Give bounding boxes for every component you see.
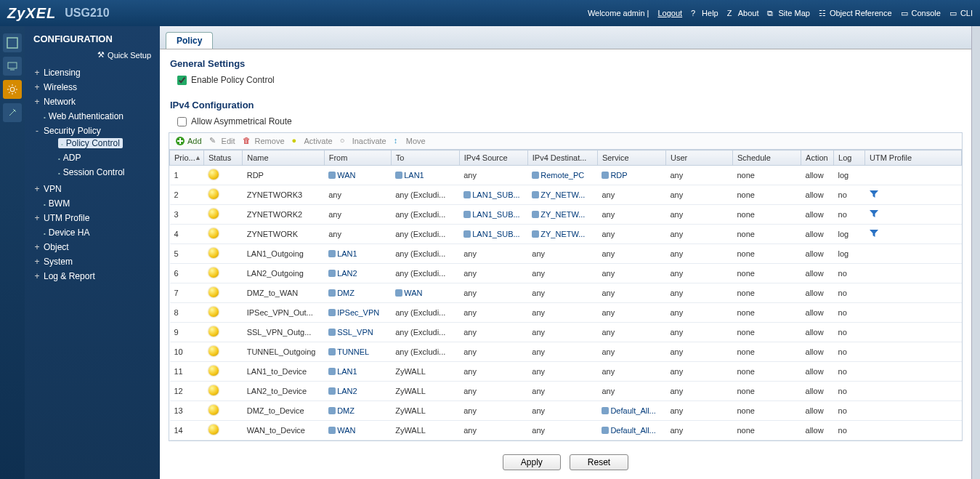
logout-link[interactable]: Logout — [657, 9, 682, 17]
expand-icon[interactable]: + — [33, 257, 41, 267]
table-row[interactable]: 3ZYNETWORK2anyany (Excludi...LAN1_SUB...… — [170, 205, 962, 225]
asym-route-checkbox[interactable] — [177, 117, 187, 126]
sidebar-item-adp[interactable]: ADP — [48, 153, 160, 163]
table-row[interactable]: 12LAN2_to_DeviceLAN2ZyWALLanyanyanyanyno… — [170, 382, 962, 401]
objectref-icon: ☷ — [819, 9, 827, 17]
inactivate-button[interactable]: ○Inactivate — [340, 136, 386, 146]
table-row[interactable]: 7DMZ_to_WANDMZWANanyanyanyanynoneallowno — [170, 283, 962, 303]
sidebar-item-log-report[interactable]: +Log & Report — [33, 271, 160, 281]
cell-value: none — [732, 362, 801, 382]
col-schedule[interactable]: Schedule — [732, 150, 801, 166]
tab-policy[interactable]: Policy — [166, 32, 213, 49]
table-row[interactable]: 1RDPWANLAN1anyRemote_PCRDPanynoneallowlo… — [170, 166, 962, 185]
cell-value: any — [328, 190, 341, 199]
cell-status — [204, 283, 243, 303]
sidebar-item-utm-profile[interactable]: +UTM Profile — [33, 213, 160, 223]
col-name[interactable]: Name — [243, 150, 324, 166]
col-ipv4-destinat-[interactable]: IPv4 Destinat... — [527, 150, 597, 166]
console-link[interactable]: ▭Console — [901, 9, 941, 17]
sidebar-item-licensing[interactable]: +Licensing — [33, 68, 160, 78]
wand-icon: ⚒ — [97, 50, 105, 60]
cell-value: allow — [801, 382, 834, 401]
table-row[interactable]: 5LAN1_OutgoingLAN1any (Excludi...anyanya… — [170, 244, 962, 264]
cli-link[interactable]: ▭CLI — [949, 9, 973, 17]
cell-value: allow — [801, 264, 834, 283]
sidebar-item-security-policy[interactable]: -Security Policy — [33, 126, 160, 136]
rail-monitor[interactable] — [3, 57, 22, 76]
activate-button[interactable]: ●Activate — [292, 136, 333, 146]
table-row[interactable]: 10TUNNEL_OutgoingTUNNELany (Excludi...an… — [170, 342, 962, 362]
rail-configuration[interactable] — [3, 80, 22, 99]
collapse-icon[interactable]: - — [33, 126, 41, 136]
sidebar-item-vpn[interactable]: +VPN — [33, 184, 160, 194]
sidebar-item-wireless[interactable]: +Wireless — [33, 82, 160, 92]
sidebar-item-network[interactable]: +Network — [33, 97, 160, 107]
table-row[interactable]: 4ZYNETWORKanyany (Excludi...LAN1_SUB...Z… — [170, 225, 962, 244]
sitemap-link[interactable]: ⧉Site Map — [767, 9, 809, 17]
sidebar-item-device-ha[interactable]: Device HA — [33, 228, 160, 238]
sitemap-icon: ⧉ — [767, 9, 776, 17]
sidebar-item-policy-control[interactable]: Policy Control — [48, 138, 160, 148]
object-ref-link[interactable]: ☷Object Reference — [819, 9, 892, 17]
add-button[interactable]: Add — [175, 136, 202, 146]
cell-value: LAN1_SUB... — [463, 230, 519, 238]
rail-dashboard[interactable] — [3, 33, 22, 52]
cell-value: any — [527, 382, 597, 401]
expand-icon[interactable]: + — [33, 97, 41, 107]
expand-icon[interactable]: + — [33, 271, 41, 281]
move-button[interactable]: ↕Move — [394, 136, 426, 146]
cell-value: any — [665, 401, 732, 421]
sidebar-item-bwm[interactable]: BWM — [33, 198, 160, 209]
help-link[interactable]: ?Help — [691, 9, 718, 17]
col-service[interactable]: Service — [597, 150, 665, 166]
right-scrollbar[interactable] — [971, 26, 980, 479]
table-row[interactable]: 13DMZ_to_DeviceDMZZyWALLanyanyDefault_Al… — [170, 401, 962, 421]
col-prio-[interactable]: Prio...▲ — [170, 150, 204, 166]
quick-setup-link[interactable]: ⚒ Quick Setup — [25, 50, 160, 65]
expand-icon[interactable]: + — [33, 213, 41, 223]
cell-utm — [864, 205, 961, 225]
utm-filter-icon[interactable] — [869, 209, 879, 219]
col-user[interactable]: User — [665, 150, 732, 166]
expand-icon[interactable]: + — [33, 242, 41, 252]
utm-filter-icon[interactable] — [869, 189, 879, 199]
table-row[interactable]: 8IPSec_VPN_Out...IPSec_VPNany (Excludi..… — [170, 303, 962, 323]
rail-maintenance[interactable] — [3, 103, 22, 122]
reset-button[interactable]: Reset — [570, 454, 628, 470]
col-log[interactable]: Log — [834, 150, 865, 166]
sidebar-item-system[interactable]: +System — [33, 257, 160, 267]
asym-route-label[interactable]: Allow Asymmetrical Route — [191, 116, 292, 126]
cell-value: WAN — [328, 171, 355, 180]
enable-policy-checkbox[interactable] — [177, 76, 187, 85]
expand-icon[interactable]: + — [33, 82, 41, 92]
apply-button[interactable]: Apply — [503, 454, 561, 470]
col-to[interactable]: To — [391, 150, 459, 166]
expand-icon[interactable]: + — [33, 68, 41, 78]
cell-value: no — [834, 303, 865, 323]
sidebar-item-web-authentication[interactable]: Web Authentication — [33, 111, 160, 121]
about-link[interactable]: ZAbout — [727, 9, 759, 17]
table-row[interactable]: 14WAN_to_DeviceWANZyWALLanyanyDefault_Al… — [170, 421, 962, 440]
grid-toolbar: Add ✎Edit 🗑Remove ●Activate ○Inactivate … — [169, 132, 963, 149]
cell-value: any — [527, 303, 597, 323]
col-utm-profile[interactable]: UTM Profile — [864, 150, 961, 166]
enable-policy-label[interactable]: Enable Policy Control — [191, 75, 275, 85]
col-action[interactable]: Action — [801, 150, 834, 166]
edit-button[interactable]: ✎Edit — [209, 136, 235, 146]
col-ipv4-source[interactable]: IPv4 Source — [459, 150, 527, 166]
sidebar-item-object[interactable]: +Object — [33, 242, 160, 252]
col-status[interactable]: Status — [204, 150, 243, 166]
remove-button[interactable]: 🗑Remove — [243, 136, 285, 146]
utm-filter-icon[interactable] — [869, 228, 879, 238]
expand-icon[interactable]: + — [33, 184, 41, 194]
table-row[interactable]: 6LAN2_OutgoingLAN2any (Excludi...anyanya… — [170, 264, 962, 283]
sidebar-item-session-control[interactable]: Session Control — [48, 167, 160, 177]
col-from[interactable]: From — [324, 150, 391, 166]
table-row[interactable]: 11LAN1_to_DeviceLAN1ZyWALLanyanyanyanyno… — [170, 362, 962, 382]
cell-value: log — [834, 166, 865, 185]
inactivate-icon: ○ — [340, 136, 350, 146]
table-row[interactable]: 2ZYNETWORK3anyany (Excludi...LAN1_SUB...… — [170, 185, 962, 205]
cell-value: log — [834, 225, 865, 244]
table-row[interactable]: 9SSL_VPN_Outg...SSL_VPNany (Excludi...an… — [170, 323, 962, 342]
cell-name: IPSec_VPN_Out... — [243, 303, 324, 323]
